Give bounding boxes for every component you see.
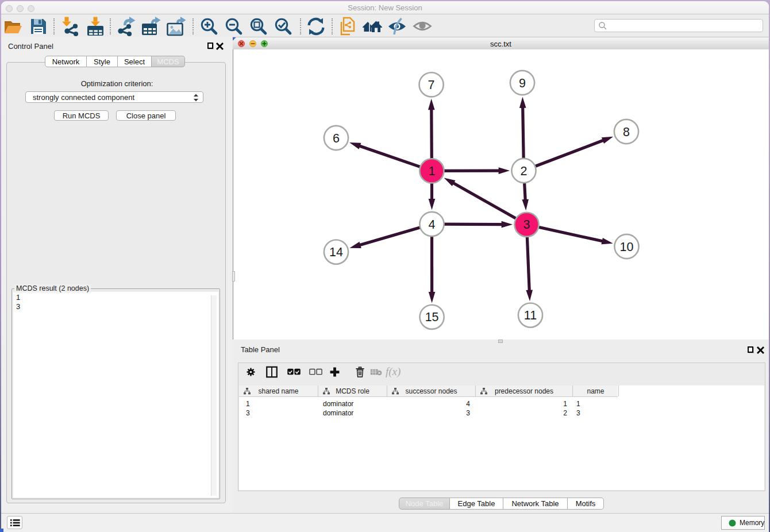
- svg-text:7: 7: [428, 78, 435, 92]
- svg-text:14: 14: [329, 245, 343, 259]
- svg-text:10: 10: [620, 240, 634, 254]
- svg-text:1: 1: [428, 164, 435, 178]
- svg-text:15: 15: [425, 310, 439, 324]
- svg-text:4: 4: [429, 218, 436, 232]
- svg-text:2: 2: [521, 164, 528, 178]
- svg-text:8: 8: [623, 125, 630, 139]
- svg-text:6: 6: [333, 132, 340, 145]
- svg-text:11: 11: [524, 309, 537, 322]
- svg-text:3: 3: [523, 218, 530, 232]
- svg-text:9: 9: [519, 76, 526, 90]
